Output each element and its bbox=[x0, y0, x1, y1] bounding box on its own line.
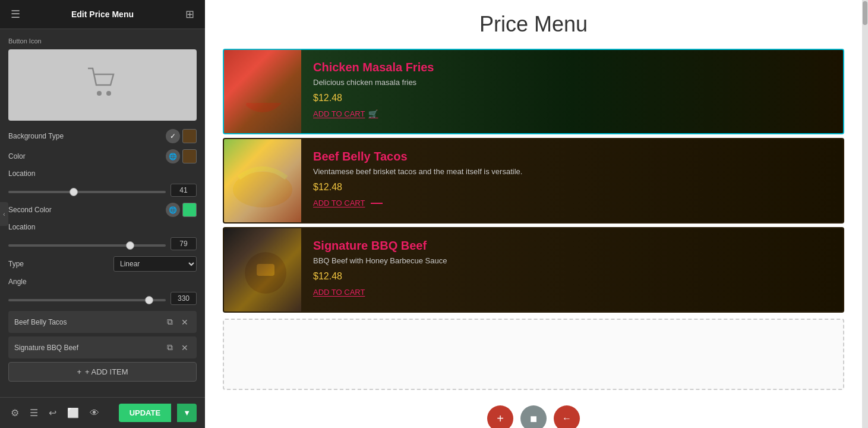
scrollbar-thumb[interactable] bbox=[863, 1, 867, 25]
preview-icon-button[interactable]: ⬜ bbox=[65, 405, 81, 421]
item-description-0: Delicious chicken masala fries bbox=[313, 78, 831, 87]
price-menu-title: Price Menu bbox=[223, 12, 844, 37]
update-button[interactable]: UPDATE bbox=[119, 404, 171, 422]
fab-add-button[interactable]: + bbox=[487, 405, 513, 428]
second-location-row: Location bbox=[8, 223, 197, 231]
bg-type-color-swatch[interactable] bbox=[182, 129, 197, 143]
angle-label: Angle bbox=[8, 278, 197, 286]
angle-slider-row: 330 bbox=[8, 292, 197, 305]
add-item-label: + ADD ITEM bbox=[85, 367, 128, 376]
add-to-cart-button-1[interactable]: ADD TO CART bbox=[313, 199, 383, 207]
color-label: Color bbox=[8, 152, 166, 160]
cart-icon bbox=[85, 65, 121, 105]
settings-icon-button[interactable]: ⚙ bbox=[8, 405, 21, 421]
item-delete-button-0[interactable]: ✕ bbox=[179, 316, 191, 328]
color-controls: 🌐 bbox=[166, 149, 197, 163]
items-section: Beef Belly Tacos ⧉ ✕ Signature BBQ Beef … bbox=[8, 311, 197, 382]
item-label-1: Signature BBQ Beef bbox=[14, 344, 161, 352]
list-item: Beef Belly Tacos ⧉ ✕ bbox=[8, 311, 197, 333]
location-row: Location bbox=[8, 169, 197, 178]
angle-slider-wrap bbox=[8, 293, 166, 304]
item-description-1: Vientamese beef brisket tacos and the me… bbox=[313, 167, 831, 176]
item-delete-button-1[interactable]: ✕ bbox=[179, 342, 191, 354]
color-swatch[interactable] bbox=[182, 149, 197, 163]
menu-item-details-1: Beef Belly Tacos Vientamese beef brisket… bbox=[301, 139, 843, 222]
location-value-input[interactable]: 41 bbox=[171, 184, 197, 197]
item-copy-button-0[interactable]: ⧉ bbox=[165, 316, 175, 328]
location-label: Location bbox=[8, 169, 197, 178]
second-location-slider-row: 79 bbox=[8, 237, 197, 250]
add-to-cart-button-2[interactable]: ADD TO CART bbox=[313, 288, 365, 297]
bg-type-check-button[interactable]: ✓ bbox=[166, 129, 180, 143]
type-select[interactable]: Linear Radial bbox=[113, 256, 197, 272]
button-icon-preview bbox=[8, 49, 197, 121]
grid-button[interactable]: ⊞ bbox=[182, 7, 197, 21]
button-icon-label: Button Icon bbox=[8, 37, 197, 45]
menu-item-details-0: Chicken Masala Fries Delicious chicken m… bbox=[301, 50, 843, 133]
second-location-label: Location bbox=[8, 223, 197, 231]
item-name-0: Chicken Masala Fries bbox=[313, 61, 831, 74]
add-item-plus-icon: + bbox=[77, 367, 81, 376]
update-dropdown-button[interactable]: ▼ bbox=[177, 404, 197, 422]
second-color-globe-button[interactable]: 🌐 bbox=[166, 203, 180, 217]
color-row: Color 🌐 bbox=[8, 149, 197, 163]
item-price-0: $12.48 bbox=[313, 93, 831, 103]
item-price-1: $12.48 bbox=[313, 182, 831, 193]
item-description-2: BBQ Beef with Honey Barbecue Sauce bbox=[313, 256, 831, 265]
panel-collapse-tab[interactable]: ‹ bbox=[0, 202, 8, 226]
color-globe-button[interactable]: 🌐 bbox=[166, 149, 180, 163]
second-color-swatch[interactable] bbox=[182, 203, 197, 217]
panel-title: Edit Price Menu bbox=[71, 10, 134, 19]
hamburger-menu-button[interactable]: ☰ bbox=[8, 7, 23, 21]
location-slider[interactable] bbox=[8, 191, 166, 193]
cart-icon-small-0: 🛒 bbox=[368, 109, 378, 118]
menu-item-card-1[interactable]: Beef Belly Tacos Vientamese beef brisket… bbox=[223, 138, 844, 224]
item-label-0: Beef Belly Tacos bbox=[14, 318, 161, 326]
location-slider-row: 41 bbox=[8, 184, 197, 197]
main-content: Price Menu Chicken Masala Fries Deliciou… bbox=[205, 0, 862, 428]
location-slider-wrap bbox=[8, 185, 166, 196]
item-name-2: Signature BBQ Beef bbox=[313, 239, 831, 253]
angle-slider[interactable] bbox=[8, 299, 166, 301]
menu-item-card-0[interactable]: Chicken Masala Fries Delicious chicken m… bbox=[223, 49, 844, 134]
price-menu-container: Price Menu Chicken Masala Fries Deliciou… bbox=[205, 0, 862, 428]
cart-icon-small-1 bbox=[371, 203, 383, 204]
history-icon-button[interactable]: ↩ bbox=[46, 405, 59, 421]
visibility-icon-button[interactable]: 👁 bbox=[87, 405, 102, 421]
add-to-cart-button-0[interactable]: ADD TO CART 🛒 bbox=[313, 109, 378, 118]
item-copy-button-1[interactable]: ⧉ bbox=[165, 341, 175, 354]
panel-content: Button Icon Background Type ✓ Color bbox=[0, 29, 205, 397]
type-row: Type Linear Radial bbox=[8, 256, 197, 272]
angle-row: Angle bbox=[8, 278, 197, 286]
svg-point-0 bbox=[97, 91, 102, 96]
menu-item-image-2 bbox=[224, 228, 301, 311]
second-color-controls: 🌐 bbox=[166, 203, 197, 217]
fab-back-button[interactable]: ← bbox=[554, 405, 580, 428]
menu-item-image-1 bbox=[224, 139, 301, 222]
panel-header: ☰ Edit Price Menu ⊞ bbox=[0, 0, 205, 29]
bg-type-controls: ✓ bbox=[166, 129, 197, 143]
svg-rect-6 bbox=[257, 264, 274, 276]
right-scrollbar[interactable] bbox=[862, 0, 868, 428]
menu-item-image-0 bbox=[224, 50, 301, 133]
second-location-slider[interactable] bbox=[8, 244, 166, 247]
type-label: Type bbox=[8, 260, 113, 268]
fab-stop-button[interactable]: ■ bbox=[520, 405, 547, 428]
drop-zone bbox=[223, 319, 844, 390]
svg-point-3 bbox=[242, 86, 266, 103]
second-color-row: Second Color 🌐 bbox=[8, 203, 197, 217]
svg-point-1 bbox=[106, 91, 111, 96]
angle-value-input[interactable]: 330 bbox=[171, 292, 197, 305]
list-item: Signature BBQ Beef ⧉ ✕ bbox=[8, 336, 197, 358]
layers-icon-button[interactable]: ☰ bbox=[27, 405, 40, 421]
item-name-1: Beef Belly Tacos bbox=[313, 150, 831, 163]
bottom-actions: + ■ ← bbox=[223, 396, 844, 428]
second-location-slider-wrap bbox=[8, 238, 166, 249]
panel-footer: ⚙ ☰ ↩ ⬜ 👁 UPDATE ▼ bbox=[0, 397, 205, 428]
menu-item-details-2: Signature BBQ Beef BBQ Beef with Honey B… bbox=[301, 228, 843, 311]
item-price-2: $12.48 bbox=[313, 271, 831, 282]
second-location-value-input[interactable]: 79 bbox=[171, 237, 197, 250]
add-item-button[interactable]: + + ADD ITEM bbox=[8, 362, 197, 382]
menu-item-card-2[interactable]: Signature BBQ Beef BBQ Beef with Honey B… bbox=[223, 227, 844, 313]
bg-type-label: Background Type bbox=[8, 132, 166, 140]
